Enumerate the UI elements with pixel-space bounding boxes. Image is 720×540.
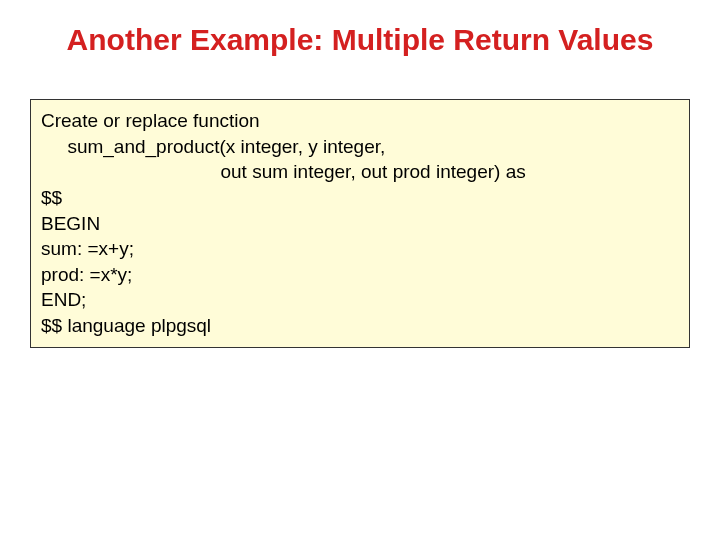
code-line: sum: =x+y; (41, 236, 679, 262)
code-line: Create or replace function (41, 108, 679, 134)
code-line: out sum integer, out prod integer) as (41, 159, 679, 185)
code-line: END; (41, 287, 679, 313)
code-block: Create or replace function sum_and_produ… (30, 99, 690, 348)
code-line: sum_and_product(x integer, y integer, (41, 134, 679, 160)
code-line: BEGIN (41, 211, 679, 237)
code-line: $$ (41, 185, 679, 211)
code-line: prod: =x*y; (41, 262, 679, 288)
slide-title: Another Example: Multiple Return Values (0, 10, 720, 89)
code-line: $$ language plpgsql (41, 313, 679, 339)
